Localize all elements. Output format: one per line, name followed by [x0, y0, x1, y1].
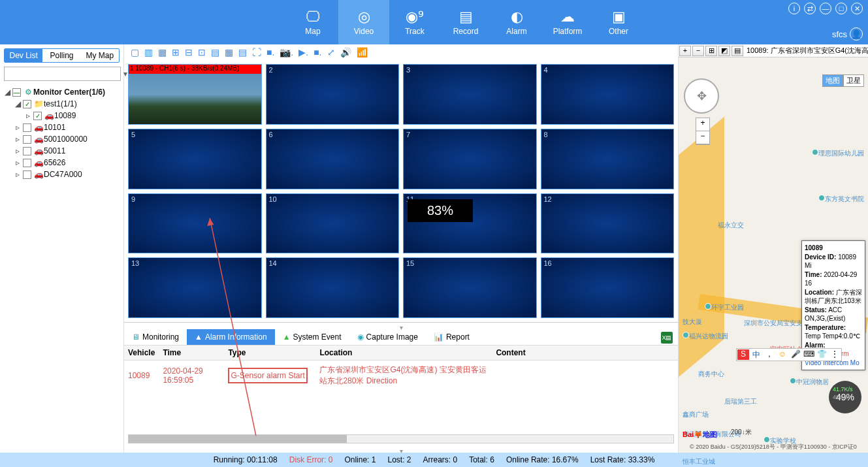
- video-cell-5[interactable]: 5: [128, 129, 262, 189]
- map-type-sat[interactable]: 卫星: [843, 74, 864, 87]
- video-cell-12[interactable]: 12: [541, 193, 675, 254]
- record-icon: ▤: [459, 8, 473, 25]
- monitor-icon: 🖥: [132, 332, 140, 342]
- video-cell-4[interactable]: 4: [541, 64, 675, 125]
- video-cell-15[interactable]: 15: [403, 257, 537, 318]
- video-cell-6[interactable]: 6: [266, 129, 400, 189]
- tab-other[interactable]: ▣Other: [593, 0, 644, 44]
- expand-icon[interactable]: ⤢: [327, 47, 335, 57]
- checkbox[interactable]: ✓: [33, 112, 42, 120]
- ime-toolbar[interactable]: S 中,☺🎤⌨👕⋮: [736, 348, 842, 361]
- swap-icon[interactable]: ⇄: [804, 3, 816, 14]
- user-badge[interactable]: sfcs 👤: [832, 27, 863, 40]
- stop-icon[interactable]: ■.: [266, 47, 274, 57]
- layout-36-icon[interactable]: ▤: [238, 47, 247, 57]
- zoom-in-button[interactable]: +: [679, 46, 691, 56]
- export-excel-button[interactable]: X▤: [661, 332, 673, 344]
- tab-alarm-info[interactable]: ▲Alarm Information: [187, 329, 275, 345]
- expand-icon[interactable]: ▹: [14, 135, 21, 144]
- play-icon[interactable]: ▶.: [298, 47, 308, 57]
- snapshot-icon[interactable]: 📷.: [280, 47, 293, 57]
- map-tool-3[interactable]: ▤: [731, 46, 743, 56]
- alarm-row[interactable]: 10089 2020-04-29 16:59:05 G-Sensor alarm…: [124, 361, 678, 391]
- volume-icon[interactable]: 🔊: [340, 47, 351, 57]
- compass-icon[interactable]: ✥: [684, 78, 719, 114]
- zoom-minus[interactable]: −: [696, 131, 709, 144]
- tab-map[interactable]: 🖵Map: [287, 0, 338, 44]
- expand-icon[interactable]: ◢: [4, 88, 10, 97]
- tab-alarm[interactable]: ◐Alarm: [491, 0, 542, 44]
- expand-icon[interactable]: ◢: [14, 99, 21, 108]
- video-cell-14[interactable]: 14: [266, 257, 400, 318]
- percent-overlay: 83%: [408, 199, 473, 222]
- left-tab-mymap[interactable]: My Map: [81, 49, 119, 62]
- fullscreen-icon[interactable]: ⛶: [252, 47, 261, 57]
- zoom-plus[interactable]: +: [696, 118, 709, 131]
- checkbox[interactable]: [23, 147, 31, 155]
- layout-6-icon[interactable]: ⊞: [172, 47, 180, 57]
- gear-icon: ⚙: [23, 88, 33, 97]
- tab-system-event[interactable]: ▲System Event: [275, 329, 349, 345]
- layout-25-icon[interactable]: ▦: [225, 47, 233, 57]
- maximize-icon[interactable]: □: [835, 3, 847, 14]
- tab-report[interactable]: 📊Report: [426, 329, 477, 345]
- map-copyright: © 2020 Baidu - GS(2019)5218号 - 甲测资字11009…: [681, 443, 865, 451]
- checkbox[interactable]: [23, 123, 31, 132]
- zoom-out-button[interactable]: −: [692, 46, 704, 56]
- video-icon: ◎: [358, 8, 370, 25]
- layout-1-icon[interactable]: ▢: [131, 47, 139, 57]
- stop2-icon[interactable]: ■.: [313, 47, 321, 57]
- video-cell-11[interactable]: 11 83%: [403, 193, 537, 254]
- tab-record[interactable]: ▤Record: [440, 0, 491, 44]
- video-cell-1[interactable]: 1 10089 - CH1(6 s) - 38KB/s(0.24MB): [128, 64, 262, 125]
- tab-video[interactable]: ◎Video: [338, 0, 389, 44]
- layout-9-icon[interactable]: ⊡: [198, 47, 206, 57]
- alarm-icon: ◐: [511, 8, 523, 25]
- expand-icon[interactable]: ▹: [14, 146, 21, 155]
- checkbox[interactable]: [23, 159, 31, 167]
- layout-4-icon[interactable]: ▦: [158, 47, 167, 57]
- expand-icon[interactable]: ▹: [25, 111, 31, 120]
- video-cell-16[interactable]: 16: [541, 257, 675, 318]
- expand-icon[interactable]: ▾: [400, 447, 403, 455]
- video-cell-2[interactable]: 2: [266, 64, 400, 125]
- search-input[interactable]: [4, 67, 121, 81]
- minimize-icon[interactable]: —: [820, 3, 831, 14]
- bottom-panel: ▾ 🖥Monitoring ▲Alarm Information ▲System…: [124, 322, 678, 453]
- map-icon: 🖵: [306, 8, 320, 25]
- tab-capture[interactable]: ◉Capture Image: [349, 329, 426, 345]
- layout-8-icon[interactable]: ⊟: [185, 47, 193, 57]
- video-cell-7[interactable]: 7: [403, 129, 537, 189]
- map-type-map[interactable]: 地图: [822, 74, 843, 87]
- expand-icon[interactable]: ▹: [14, 170, 21, 179]
- video-cell-8[interactable]: 8: [541, 129, 675, 189]
- map-canvas[interactable]: ✥ + − 地图 卫星 理思国际幼儿园 东方英文书院 福永立交 环宇工业园 技大…: [679, 57, 868, 453]
- map-tool-2[interactable]: ◩: [718, 46, 730, 56]
- map-scale: 200↓米: [731, 428, 752, 437]
- video-cell-13[interactable]: 13: [128, 257, 262, 318]
- checkbox[interactable]: [23, 135, 31, 144]
- video-cell-9[interactable]: 9: [128, 193, 262, 254]
- checkbox[interactable]: [23, 170, 31, 179]
- layout-2-icon[interactable]: ▥: [144, 47, 153, 57]
- warning-icon: ▲: [195, 332, 202, 342]
- expand-icon[interactable]: ▹: [14, 123, 21, 132]
- tab-track[interactable]: ◉⁹Track: [389, 0, 440, 44]
- center-panel: ▢ ▥ ▦ ⊞ ⊟ ⊡ ▤ ▦ ▤ ⛶ ■. 📷. ▶. ■. ⤢ 🔊 📶 1 …: [124, 44, 679, 453]
- tab-platform[interactable]: ☁Platform: [542, 0, 593, 44]
- expand-icon[interactable]: ▹: [14, 158, 21, 167]
- checkbox[interactable]: ✓: [23, 100, 31, 108]
- info-icon[interactable]: i: [788, 3, 800, 14]
- left-tab-polling[interactable]: Polling: [42, 49, 80, 62]
- map-tool-1[interactable]: ⊞: [705, 46, 717, 56]
- checkbox[interactable]: —: [12, 88, 21, 97]
- close-icon[interactable]: ✕: [851, 3, 863, 14]
- left-tab-devlist[interactable]: Dev List: [5, 49, 42, 62]
- horizontal-scrollbar[interactable]: [128, 434, 674, 443]
- left-tab-bar: Dev List Polling My Map: [4, 48, 120, 63]
- video-cell-10[interactable]: 10: [266, 193, 400, 254]
- video-cell-3[interactable]: 3: [403, 64, 537, 125]
- tab-monitoring[interactable]: 🖥Monitoring: [124, 329, 187, 345]
- signal-icon[interactable]: 📶: [357, 47, 368, 57]
- layout-16-icon[interactable]: ▤: [211, 47, 219, 57]
